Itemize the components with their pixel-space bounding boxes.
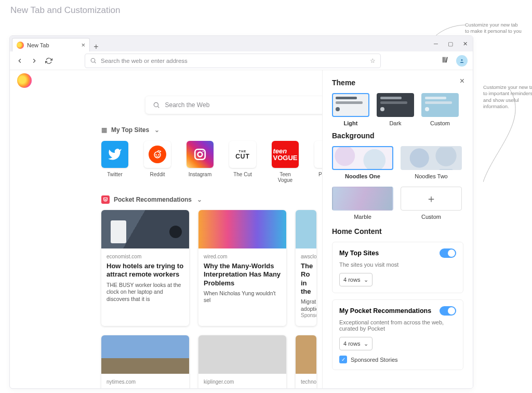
search-icon (90, 57, 97, 64)
top-site-teenvogue[interactable]: teenVOGUE Teen Vogue (272, 141, 299, 183)
svg-point-11 (203, 151, 204, 152)
card-desc: Migration adoption (301, 298, 311, 312)
new-tab-content: Search the Web ▦ My Top Sites ⌄ Twitter … (10, 70, 473, 388)
hc-title: My Pocket Recommendations (339, 307, 431, 315)
svg-point-0 (91, 58, 95, 62)
pocket-toggle[interactable] (440, 306, 456, 316)
card-source: nytimes.com (107, 379, 184, 385)
card-source: technolo (301, 379, 311, 385)
tab-strip: New Tab × + (10, 36, 432, 51)
pocket-icon (101, 195, 110, 204)
top-site-thecut[interactable]: THECUT The Cut (229, 141, 256, 183)
pocket-label: Pocket Recommendations (114, 196, 192, 203)
checkbox-checked-icon: ✓ (339, 356, 347, 363)
top-sites-rows-select[interactable]: 4 rows ⌄ (339, 273, 373, 286)
browser-window: New Tab × + ─ ▢ ✕ Search the web or ente… (9, 35, 473, 389)
top-site-reddit[interactable]: Reddit (144, 141, 171, 183)
card-title: Secrets of Happiness from the Oldest of … (204, 387, 281, 388)
hc-title: My Top Sites (339, 250, 379, 257)
theme-option-dark[interactable]: Dark (377, 93, 414, 126)
rows-value: 4 rows (343, 277, 360, 283)
annotation-text-1: Customize your new tab to make it person… (465, 22, 522, 35)
card-source: wired.com (204, 254, 281, 259)
annotation-text-2: Customize your new tab to important remi… (483, 84, 532, 110)
chevron-down-icon: ⌄ (364, 277, 368, 283)
search-icon (153, 101, 160, 109)
top-site-twitter[interactable]: Twitter (101, 141, 128, 183)
card-title: How hotels are trying to attract remote … (107, 262, 184, 279)
pocket-card[interactable]: economist.com How hotels are trying to a… (101, 210, 189, 326)
theme-label: Custom (430, 120, 450, 126)
window-minimize-icon[interactable]: ─ (432, 40, 440, 47)
search-web-input[interactable]: Search the Web (145, 96, 338, 114)
svg-rect-9 (195, 149, 205, 160)
theme-option-light[interactable]: Light (332, 93, 369, 126)
background-option-custom[interactable]: ＋ Custom (401, 187, 462, 220)
card-title: The Ro in the (301, 262, 311, 296)
svg-point-7 (154, 152, 161, 158)
profile-avatar[interactable] (456, 55, 468, 67)
search-placeholder: Search the Web (165, 101, 210, 109)
tile-label: Twitter (107, 172, 122, 177)
home-content-pocket: My Pocket Recommendations Exceptional co… (332, 299, 463, 370)
background-option-noodles-two[interactable]: Noodles Two (401, 146, 462, 179)
card-source: awscloud (301, 254, 311, 259)
theme-option-custom[interactable]: Custom (421, 93, 459, 126)
reload-button[interactable] (44, 56, 54, 66)
home-content-heading: Home Content (332, 227, 463, 235)
pocket-rows-select[interactable]: 4 rows ⌄ (339, 337, 373, 350)
pocket-card[interactable]: nytimes.com Move Over, Sustainable Trave… (101, 335, 189, 388)
pocket-card[interactable]: technolo The Di Robert M hyper-ra (296, 335, 316, 388)
card-title: The Di (301, 387, 311, 388)
card-desc: THE BUSY worker looks at the clock on he… (107, 282, 184, 303)
toolbar: Search the web or enter address ☆ (10, 51, 473, 70)
svg-rect-3 (446, 57, 448, 62)
library-icon[interactable] (442, 56, 450, 66)
new-tab-button[interactable]: + (90, 42, 102, 51)
theme-label: Dark (389, 120, 401, 126)
top-sites-toggle[interactable] (440, 248, 456, 258)
background-heading: Background (332, 132, 463, 140)
top-site-instagram[interactable]: Instagram (187, 141, 214, 183)
background-option-marble[interactable]: Marble (332, 187, 393, 220)
bookmark-star-icon[interactable]: ☆ (370, 57, 376, 64)
bg-label: Noodles One (345, 173, 380, 179)
card-title: Move Over, Sustainable Travel. (107, 387, 184, 388)
active-tab[interactable]: New Tab × (12, 38, 90, 51)
bg-label: Noodles Two (415, 173, 447, 179)
svg-point-4 (154, 102, 158, 107)
firefox-logo-icon (17, 73, 32, 88)
background-options: Noodles One Noodles Two Marble ＋ Custom (332, 146, 463, 220)
sponsored-label: Sponsored Stories (351, 357, 398, 363)
svg-point-6 (158, 154, 159, 156)
back-button[interactable] (15, 56, 24, 66)
card-source: kiplinger.com (204, 379, 281, 385)
svg-point-5 (155, 154, 157, 156)
page-heading: New Tab and Customization (0, 0, 532, 21)
window-close-icon[interactable]: ✕ (461, 40, 469, 47)
tile-label: Reddit (150, 172, 165, 177)
plus-icon: ＋ (401, 187, 462, 211)
pocket-card[interactable]: kiplinger.com Secrets of Happiness from … (198, 335, 286, 388)
address-bar[interactable]: Search the web or enter address ☆ (85, 54, 381, 68)
forward-button[interactable] (30, 56, 39, 66)
top-sites-label: My Top Sites (111, 126, 149, 134)
panel-close-button[interactable]: × (460, 76, 464, 86)
tab-close-icon[interactable]: × (81, 41, 85, 49)
chevron-down-icon: ⌄ (197, 196, 202, 203)
theme-label: Light (344, 120, 358, 126)
chevron-down-icon: ⌄ (364, 340, 368, 347)
theme-options: Light Dark Custom (332, 93, 463, 126)
pocket-card[interactable]: wired.com Why the Many-Worlds Interpreta… (198, 210, 286, 326)
card-sponsored: Sponsored (301, 312, 311, 318)
pocket-card[interactable]: awscloud The Ro in the Migration adoptio… (296, 210, 316, 326)
bg-label: Marble (354, 214, 371, 220)
window-controls: ─ ▢ ✕ (432, 40, 473, 47)
card-desc: When Nicholas Yung wouldn't sel (204, 290, 281, 304)
grid-icon: ▦ (101, 126, 107, 134)
background-option-noodles-one[interactable]: Noodles One (332, 146, 393, 179)
window-maximize-icon[interactable]: ▢ (447, 40, 454, 47)
tile-label: Instagram (189, 172, 211, 177)
sponsored-stories-checkbox[interactable]: ✓ Sponsored Stories (339, 356, 456, 363)
titlebar: New Tab × + ─ ▢ ✕ (10, 36, 473, 51)
